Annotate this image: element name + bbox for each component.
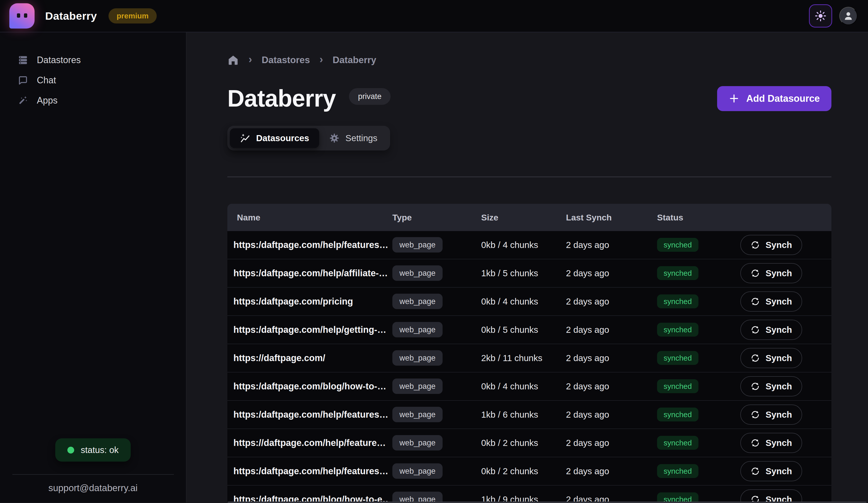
status-label: status: ok [81, 445, 118, 455]
size-value: 0kb / 4 chunks [478, 381, 562, 391]
type-badge: web_page [392, 463, 443, 479]
sidebar-item-label: Datastores [37, 55, 81, 66]
type-badge: web_page [392, 350, 443, 366]
status-badge: synched [657, 238, 699, 252]
breadcrumb-separator: › [249, 53, 252, 66]
synch-button[interactable]: Synch [740, 348, 802, 368]
datasource-name[interactable]: https:/daftpage.com/pricing [227, 296, 389, 307]
theme-toggle-button[interactable] [809, 4, 832, 28]
synch-button-label: Synch [766, 438, 792, 448]
synch-button[interactable]: Synch [740, 263, 802, 283]
datasource-name[interactable]: https:/daftpage.com/blog/how-to-… [227, 381, 389, 392]
datasource-name[interactable]: https://daftpage.com/ [227, 353, 389, 363]
synch-button[interactable]: Synch [740, 461, 802, 481]
home-icon[interactable] [227, 54, 239, 66]
refresh-icon [751, 240, 760, 250]
synch-button-label: Synch [766, 296, 792, 306]
topbar: Databerry premium [0, 0, 868, 32]
last-synch-value: 2 days ago [562, 268, 653, 278]
account-menu-button[interactable] [839, 7, 857, 25]
logo-eye [17, 13, 20, 18]
breadcrumb-separator: › [319, 53, 323, 66]
status-badge: synched [657, 408, 699, 421]
datasource-name[interactable]: https:/daftpage.com/help/features… [227, 240, 389, 250]
refresh-icon [751, 438, 760, 448]
last-synch-value: 2 days ago [562, 296, 653, 306]
type-badge: web_page [392, 322, 443, 338]
table-row: https:/daftpage.com/help/features… web_p… [227, 401, 831, 429]
tab-label: Datasources [256, 133, 309, 143]
brand-title: Databerry [45, 10, 97, 22]
size-value: 0kb / 2 chunks [478, 466, 562, 476]
synch-button-label: Synch [766, 268, 792, 278]
last-synch-value: 2 days ago [562, 438, 653, 448]
datasources-table: Name Type Size Last Synch Status https:/… [227, 204, 831, 503]
tab-label: Settings [345, 133, 377, 143]
status-badge: synched [657, 266, 699, 280]
status-badge: status: ok [55, 438, 131, 462]
table-row: https:/daftpage.com/help/features… web_p… [227, 457, 831, 485]
horizontal-scrollbar[interactable] [228, 502, 867, 503]
refresh-icon [751, 410, 760, 420]
datasource-name[interactable]: https:/daftpage.com/help/features… [227, 466, 389, 476]
size-value: 1kb / 5 chunks [478, 268, 562, 278]
tab-datasources[interactable]: Datasources [230, 128, 319, 148]
type-badge: web_page [392, 379, 443, 394]
last-synch-value: 2 days ago [562, 466, 653, 476]
column-header-type: Type [389, 213, 478, 222]
user-icon [843, 10, 854, 21]
sidebar-item-label: Chat [37, 75, 56, 85]
main-content: › Datastores › Databerry Databerry priva… [186, 32, 868, 503]
table-row: https:/daftpage.com/blog/how-to-e… web_p… [227, 485, 831, 503]
refresh-icon [751, 297, 760, 306]
breadcrumb-item-databerry[interactable]: Databerry [333, 55, 376, 66]
synch-button-label: Synch [766, 381, 792, 391]
table-row: https:/daftpage.com/pricing web_page 0kb… [227, 288, 831, 316]
refresh-icon [751, 353, 760, 363]
support-email[interactable]: support@databerry.ai [49, 483, 138, 493]
datasource-name[interactable]: https:/daftpage.com/help/features… [227, 409, 389, 420]
synch-button-label: Synch [766, 410, 792, 420]
database-stack-icon [18, 55, 28, 66]
synch-button-label: Synch [766, 353, 792, 363]
synch-button[interactable]: Synch [740, 433, 802, 453]
sidebar-item-datastores[interactable]: Datastores [0, 50, 186, 70]
table-row: https://daftpage.com/ web_page 2kb / 11 … [227, 344, 831, 372]
databerry-logo[interactable] [9, 3, 34, 29]
sidebar-item-apps[interactable]: Apps [0, 90, 186, 111]
datasource-name[interactable]: https://daftpage.com/help/feature… [227, 437, 389, 448]
sidebar-divider [12, 474, 174, 475]
magic-wand-icon [18, 95, 28, 106]
synch-button-label: Synch [766, 240, 792, 250]
size-value: 0kb / 2 chunks [478, 438, 562, 448]
logo-eye [24, 13, 27, 18]
datasource-name[interactable]: https:/daftpage.com/help/affiliate-… [227, 268, 389, 279]
type-badge: web_page [392, 407, 443, 422]
size-value: 0kb / 4 chunks [478, 240, 562, 250]
last-synch-value: 2 days ago [562, 353, 653, 363]
synch-button[interactable]: Synch [740, 291, 802, 312]
breadcrumb-item-datastores[interactable]: Datastores [262, 55, 310, 66]
tab-bar: Datasources [227, 126, 390, 151]
page-title: Databerry [227, 85, 336, 112]
status-badge: synched [657, 323, 699, 336]
synch-button[interactable]: Synch [740, 489, 802, 503]
refresh-icon [751, 466, 760, 476]
table-row: https://daftpage.com/help/feature… web_p… [227, 429, 831, 457]
synch-button[interactable]: Synch [740, 235, 802, 255]
last-synch-value: 2 days ago [562, 381, 653, 391]
add-datasource-button[interactable]: Add Datasource [717, 86, 831, 111]
status-badge: synched [657, 294, 699, 308]
synch-button[interactable]: Synch [740, 320, 802, 340]
sidebar-item-chat[interactable]: Chat [0, 70, 186, 90]
table-row: https:/daftpage.com/help/getting-… web_p… [227, 316, 831, 344]
last-synch-value: 2 days ago [562, 410, 653, 420]
refresh-icon [751, 325, 760, 334]
size-value: 0kb / 4 chunks [478, 296, 562, 306]
datasource-name[interactable]: https:/daftpage.com/help/getting-… [227, 324, 389, 335]
sidebar: Datastores Chat Apps [0, 32, 186, 503]
synch-button[interactable]: Synch [740, 404, 802, 425]
synch-button[interactable]: Synch [740, 376, 802, 396]
type-badge: web_page [392, 294, 443, 309]
tab-settings[interactable]: Settings [319, 128, 387, 148]
